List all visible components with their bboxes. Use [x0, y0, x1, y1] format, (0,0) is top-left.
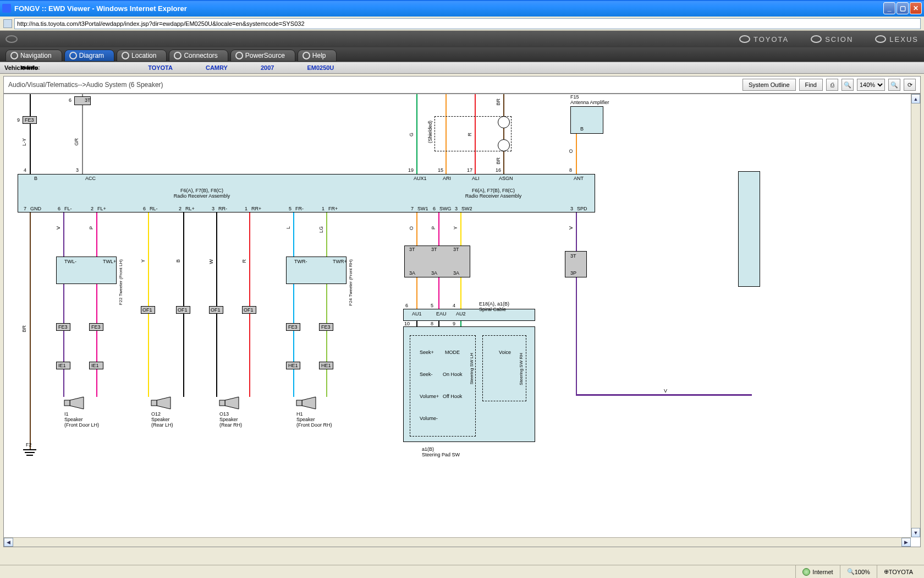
sw-offhook: Off Hook: [443, 394, 462, 399]
zoom-select[interactable]: 140%: [857, 79, 885, 91]
pin-9: 9: [17, 117, 20, 123]
speaker-icon-o13: [214, 396, 258, 410]
maximize-button[interactable]: ▢: [897, 2, 909, 14]
antenna-pin: B: [580, 126, 584, 132]
scroll-down-button[interactable]: ▼: [911, 528, 920, 537]
pin-3-spd: 3: [570, 206, 573, 211]
svg-marker-6: [302, 397, 316, 409]
wire-spd-horiz: [576, 394, 752, 396]
diagram-viewport: F6(A), F7(B), F8(C) Radio Receiver Assem…: [3, 94, 921, 547]
splice-ie1-lh-p-label: IE1: [91, 363, 99, 368]
system-outline-button[interactable]: System Outline: [743, 79, 796, 91]
offscreen-module: [738, 171, 760, 287]
spiral-name: Spiral Cable: [479, 307, 506, 312]
close-button[interactable]: ✕: [910, 2, 922, 14]
wire-spd-h-label: V: [664, 388, 667, 394]
brand-lexus: LEXUS: [875, 35, 919, 43]
brand-bar: TOYOTA SCION LEXUS: [0, 31, 924, 47]
scroll-left-button[interactable]: ◀: [4, 538, 13, 547]
status-zoom[interactable]: 🔍 100%: [840, 565, 877, 578]
conn-3a-2: 3A: [431, 270, 437, 276]
pin-7-gnd: 7: [24, 206, 26, 211]
antenna-name: Antenna Amplifier: [570, 100, 609, 105]
twr-pos: TWR+: [333, 259, 347, 264]
tab-powersource[interactable]: PowerSource: [230, 50, 295, 62]
tab-navigation[interactable]: Navigation: [6, 50, 62, 62]
conn-3t-label: 3T: [85, 97, 91, 103]
spiral-pin4: 4: [453, 303, 455, 308]
scroll-right-button[interactable]: ▶: [901, 538, 911, 547]
pin-ali: ALI: [472, 176, 480, 181]
pin-spd: SPD: [577, 206, 587, 211]
pin-3-rrn: 3: [212, 206, 215, 211]
pin-2-flp: 2: [91, 206, 94, 211]
globe-icon: [802, 568, 810, 576]
splice-fe3-lh-p-label: FE3: [91, 324, 101, 330]
tab-diagram[interactable]: Diagram: [64, 50, 114, 62]
wire-o-sw1: O: [409, 226, 414, 230]
conn-3t-2: 3T: [431, 247, 437, 252]
tab-connectors[interactable]: Connectors: [169, 50, 228, 62]
division-value: TOYOTA: [148, 64, 173, 71]
pin-16: 16: [496, 167, 501, 173]
find-button[interactable]: Find: [799, 79, 823, 91]
sw-seekn: Seek-: [420, 372, 433, 377]
wiring-diagram[interactable]: F6(A), F7(B), F8(C) Radio Receiver Assem…: [4, 94, 920, 547]
wire-gnd-label: BR: [21, 325, 27, 332]
tweeter-rh-idname: F24 Tweeter (Front RH): [348, 259, 353, 306]
url-input[interactable]: [14, 18, 921, 29]
wire-lg-label: LG: [318, 226, 324, 233]
tab-help[interactable]: Help: [298, 50, 337, 62]
speaker-o12-label: O12Speaker (Rear LH): [151, 411, 173, 428]
model-value: CAMRY: [206, 64, 228, 71]
pin-swg: SWG: [439, 206, 452, 211]
pin-1-rrp: 1: [245, 206, 248, 211]
wire-w-sp1: [416, 321, 417, 326]
wire-br-top2: [503, 151, 504, 174]
scroll-up-button[interactable]: ▲: [911, 94, 920, 103]
ie-icon: [2, 4, 11, 13]
splice-he1-p-label: HE1: [321, 363, 331, 368]
pin-3: 3: [76, 167, 79, 173]
splice-ie1-lh-n-label: IE1: [58, 363, 66, 368]
vehicle-info-bar: Vehicle Info Division: TOYOTA Model: CAM…: [0, 62, 924, 74]
conn-3t-3: 3T: [453, 247, 459, 252]
speaker-o13-label: O13Speaker (Rear RH): [219, 411, 242, 428]
spiral-pin6: 6: [405, 303, 408, 308]
wire-ly: [30, 124, 31, 174]
splice-of1-b-label: OF1: [178, 307, 188, 313]
wire-r-rr: [249, 212, 250, 397]
tweeter-lh-idname: F22 Tweeter (Front LH): [118, 259, 123, 305]
wire-b-label: B: [175, 259, 181, 263]
pin-6-rln: 6: [143, 206, 146, 211]
wire-o-ant-label: O: [568, 149, 574, 153]
pin-ant: ANT: [574, 176, 584, 181]
ground-symbol-mid: [25, 452, 35, 453]
minimize-button[interactable]: _: [883, 2, 895, 14]
print-button[interactable]: ⎙: [826, 79, 838, 91]
splice-fe3-top-label: FE3: [25, 117, 34, 123]
fit-button[interactable]: 🔍: [888, 79, 900, 91]
vertical-scrollbar[interactable]: ▲ ▼: [911, 94, 920, 537]
shield-box: [435, 116, 512, 151]
pin-2-rlp: 2: [179, 206, 182, 211]
spiral-id: E18(A), a1(B): [479, 301, 509, 307]
pin-6-swg: 6: [433, 206, 436, 211]
svg-marker-2: [157, 397, 170, 409]
pin-eau: EAU: [436, 311, 447, 317]
pin-1-frp: 1: [322, 206, 324, 211]
horizontal-scrollbar[interactable]: ◀ ▶: [4, 537, 911, 547]
pin-rrp: RR+: [251, 206, 261, 211]
year-value: 2007: [261, 64, 274, 71]
splice-fe3-lh-n-label: FE3: [58, 324, 68, 330]
tab-location[interactable]: Location: [117, 50, 167, 62]
wire-gnd: [30, 212, 31, 449]
pin-19: 19: [408, 167, 414, 173]
toyota-logo-icon: [6, 35, 18, 43]
wire-w-label: W: [208, 259, 214, 264]
steering-rh-label: Steering SW RH: [519, 353, 524, 385]
zoom-tool-button[interactable]: 🔍: [842, 79, 854, 91]
speaker-icon-o12: [146, 396, 190, 410]
splice-of1-r-label: OF1: [244, 307, 254, 313]
refresh-button[interactable]: ⟳: [904, 79, 916, 91]
